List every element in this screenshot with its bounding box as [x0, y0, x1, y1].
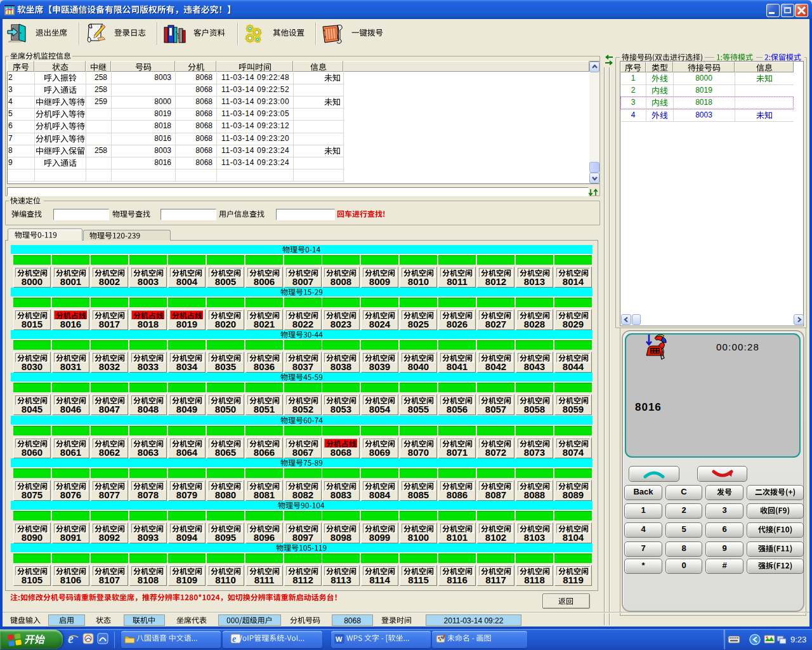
- svg-text:W: W: [336, 635, 343, 643]
- svg-text:e: e: [68, 632, 74, 646]
- svg-text:e: e: [232, 634, 236, 644]
